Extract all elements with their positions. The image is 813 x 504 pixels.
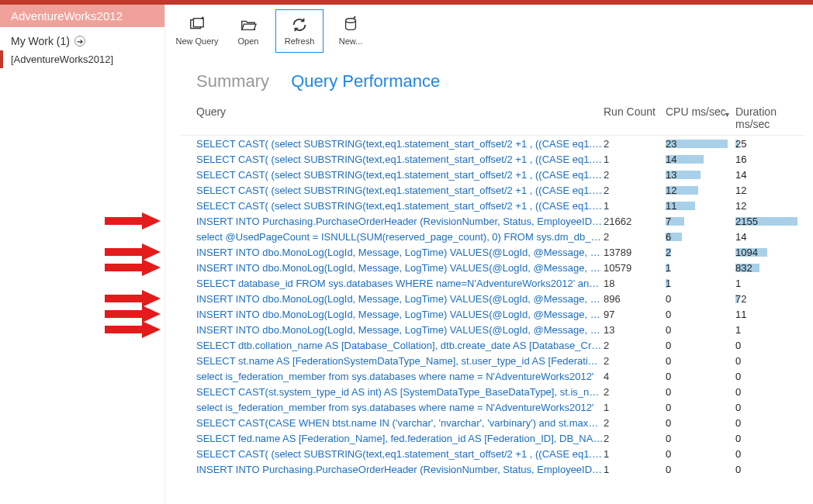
query-text-link[interactable]: INSERT INTO Purchasing.PurchaseOrderHead… — [196, 464, 604, 475]
cpu-value-cell: 11 — [666, 200, 735, 212]
table-row: INSERT INTO dbo.MonoLog(LogId, Message, … — [181, 291, 805, 306]
query-text-link[interactable]: INSERT INTO dbo.MonoLog(LogId, Message, … — [196, 324, 604, 336]
refresh-label: Refresh — [285, 36, 315, 46]
run-count-value: 1 — [604, 154, 666, 165]
query-text-link[interactable]: SELECT st.name AS [FederationSystemDataT… — [196, 355, 604, 367]
run-count-value: 2 — [604, 340, 666, 351]
query-text-link[interactable]: INSERT INTO dbo.MonoLog(LogId, Message, … — [196, 293, 604, 305]
query-text-link[interactable]: INSERT INTO dbo.MonoLog(LogId, Message, … — [196, 262, 604, 274]
duration-value: 1 — [735, 324, 741, 336]
query-text-link[interactable]: SELECT CAST( (select SUBSTRING(text,eq1.… — [196, 200, 604, 212]
query-text-link[interactable]: SELECT database_id FROM sys.databases WH… — [196, 278, 604, 289]
duration-value-cell: 12 — [735, 185, 805, 196]
table-row: SELECT CAST(CASE WHEN btst.name IN ('var… — [181, 415, 805, 430]
duration-value: 0 — [735, 355, 741, 367]
run-count-value: 2 — [604, 169, 666, 181]
new-query-label: New Query — [175, 36, 218, 46]
new-query-icon — [189, 16, 206, 33]
column-header-cpu[interactable]: CPU ms/sec ▾ — [666, 105, 735, 130]
annotation-arrow-icon — [103, 290, 161, 307]
my-work-link[interactable]: My Work (1) ➔ — [0, 27, 164, 50]
cpu-value: 11 — [666, 200, 676, 212]
duration-value: 12 — [735, 200, 746, 212]
refresh-button[interactable]: Refresh — [275, 9, 323, 53]
query-text-link[interactable]: INSERT INTO Purchasing.PurchaseOrderHead… — [196, 216, 604, 227]
duration-value-cell: 11 — [735, 309, 805, 320]
tab-bar: Summary Query Performance — [165, 54, 813, 99]
query-text-link[interactable]: SELECT dtb.collation_name AS [Database_C… — [196, 340, 604, 351]
cpu-value-cell: 0 — [666, 448, 735, 460]
query-text-link[interactable]: select is_federation_member from sys.dat… — [196, 371, 604, 382]
duration-value-cell: 12 — [735, 200, 805, 212]
query-text-link[interactable]: SELECT CAST( (select SUBSTRING(text,eq1.… — [196, 169, 604, 181]
duration-value-cell: 1094 — [735, 247, 805, 258]
duration-value-cell: 1 — [735, 324, 805, 336]
cpu-value-cell: 13 — [666, 169, 735, 181]
column-header-duration[interactable]: Duration ms/sec — [735, 105, 805, 130]
cpu-value-cell: 0 — [666, 417, 735, 429]
cpu-value: 0 — [666, 448, 671, 460]
cpu-value: 23 — [666, 138, 676, 150]
duration-value-cell: 0 — [735, 417, 805, 429]
table-row: SELECT CAST( (select SUBSTRING(text,eq1.… — [181, 167, 805, 182]
new-button[interactable]: New... — [327, 9, 375, 53]
cpu-value-cell: 0 — [666, 355, 735, 367]
query-performance-table: Query Run Count CPU ms/sec ▾ Duration ms… — [165, 99, 813, 477]
cpu-value: 0 — [666, 371, 671, 382]
duration-value: 832 — [735, 262, 752, 274]
query-text-link[interactable]: SELECT CAST( (select SUBSTRING(text,eq1.… — [196, 138, 604, 150]
table-body: SELECT CAST( (select SUBSTRING(text,eq1.… — [181, 136, 805, 477]
sidebar-selected-item[interactable]: [AdventureWorks2012] — [0, 50, 164, 68]
query-text-link[interactable]: SELECT CAST(st.system_type_id AS int) AS… — [196, 386, 604, 398]
duration-value: 0 — [735, 386, 741, 398]
chevron-right-circle-icon: ➔ — [74, 36, 85, 47]
query-text-link[interactable]: SELECT CAST( (select SUBSTRING(text,eq1.… — [196, 185, 604, 196]
cpu-value-cell: 23 — [666, 138, 735, 150]
query-text-link[interactable]: select @UsedPageCount = ISNULL(SUM(reser… — [196, 231, 604, 243]
table-row: SELECT dtb.collation_name AS [Database_C… — [181, 337, 805, 353]
tab-summary[interactable]: Summary — [196, 71, 269, 91]
cpu-value-cell: 1 — [666, 262, 735, 274]
query-text-link[interactable]: select is_federation_member from sys.dat… — [196, 402, 604, 413]
tab-query-performance[interactable]: Query Performance — [291, 71, 440, 91]
duration-value: 1 — [735, 278, 741, 289]
cpu-value: 0 — [666, 386, 671, 398]
cpu-value: 0 — [666, 324, 671, 336]
cpu-value-cell: 0 — [666, 324, 735, 336]
column-header-run-count[interactable]: Run Count — [604, 105, 666, 130]
open-folder-icon — [240, 16, 257, 33]
duration-value-cell: 16 — [735, 154, 805, 165]
run-count-value: 2 — [604, 231, 666, 243]
duration-value: 72 — [735, 293, 746, 305]
query-text-link[interactable]: SELECT CAST( (select SUBSTRING(text,eq1.… — [196, 154, 604, 165]
duration-value-cell: 72 — [735, 293, 805, 305]
main-pane: New Query Open Refresh New... Summary Qu… — [165, 5, 813, 504]
query-text-link[interactable]: SELECT CAST( (select SUBSTRING(text,eq1.… — [196, 448, 604, 460]
query-text-link[interactable]: SELECT CAST(CASE WHEN btst.name IN ('var… — [196, 417, 604, 429]
cpu-value-cell: 0 — [666, 293, 735, 305]
duration-value: 14 — [735, 169, 746, 181]
new-query-button[interactable]: New Query — [173, 9, 221, 53]
cpu-value: 0 — [666, 340, 671, 351]
annotation-arrow-icon — [103, 212, 161, 230]
open-button[interactable]: Open — [224, 9, 272, 53]
query-text-link[interactable]: SELECT fed.name AS [Federation_Name], fe… — [196, 433, 604, 444]
query-text-link[interactable]: INSERT INTO dbo.MonoLog(LogId, Message, … — [196, 309, 604, 320]
column-header-query[interactable]: Query — [196, 105, 604, 130]
cpu-value: 1 — [666, 262, 671, 274]
duration-value-cell: 0 — [735, 448, 805, 460]
duration-value: 0 — [735, 464, 741, 475]
annotation-arrow-icon — [103, 306, 161, 323]
duration-value: 12 — [735, 185, 746, 196]
run-count-value: 1 — [604, 464, 666, 475]
duration-value-cell: 0 — [735, 371, 805, 382]
app-layout: AdventureWorks2012 My Work (1) ➔ [Advent… — [0, 5, 813, 504]
run-count-value: 13 — [604, 324, 666, 336]
database-badge[interactable]: AdventureWorks2012 — [0, 5, 164, 27]
query-text-link[interactable]: INSERT INTO dbo.MonoLog(LogId, Message, … — [196, 247, 604, 258]
duration-value: 11 — [735, 309, 746, 320]
cpu-value: 13 — [666, 169, 676, 181]
table-row: SELECT CAST( (select SUBSTRING(text,eq1.… — [181, 446, 805, 461]
cpu-value: 0 — [666, 309, 671, 320]
duration-value-cell: 25 — [735, 138, 805, 150]
